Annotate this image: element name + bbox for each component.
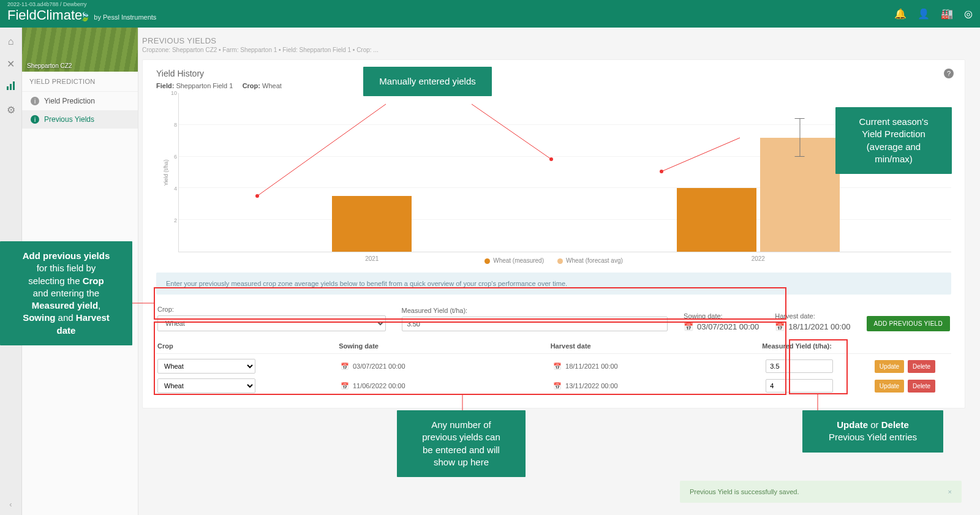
leaf-icon: 🍃 [80,12,90,21]
brand-name: FieldClimate [7,7,82,23]
row-crop-select[interactable]: Wheat [157,359,255,374]
field-thumbnail[interactable]: Shepparton CZ2 [22,28,138,72]
top-bar: 2022-11-03.ad4b788 / Dewberry FieldClima… [0,0,980,28]
update-button[interactable]: Update [875,360,904,373]
measured-yield-input[interactable] [402,317,668,331]
annotation-dot [255,194,259,198]
field-value: Shepparton Field 1 [176,82,233,89]
sidebar-item-yield-prediction[interactable]: i Yield Prediction [22,92,138,110]
sidebar-item-label: Yield Prediction [44,97,95,105]
row-harvest[interactable]: 13/11/2022 00:00 [565,382,618,389]
y-tick: 8 [174,122,177,128]
sidebar-item-label: Previous Yields [44,115,94,124]
thumbnail-caption: Shepparton CZ2 [27,62,72,69]
legend-label: Wheat (forecast avg) [566,257,623,264]
calendar-icon: 📅 [684,322,693,331]
gear-icon[interactable]: ⚙ [7,104,15,116]
delete-button[interactable]: Delete [908,380,935,393]
collapse-icon[interactable]: ‹ [9,500,12,509]
breadcrumb: Cropzone: Shepparton CZ2 • Farm: Sheppar… [142,47,965,53]
y-axis: Yield (t/ha) 2 4 6 8 10 [156,93,178,252]
broadcast-icon[interactable]: ◎ [964,8,973,20]
help-icon[interactable]: ? [944,69,954,78]
calendar-icon: 📅 [775,322,785,331]
home-icon[interactable]: ⌂ [8,36,14,47]
toast-text: Previous Yield is successfully saved. [690,488,799,495]
card-meta: Field: Shepparton Field 1 Crop: Wheat [156,82,951,89]
yield-chart: Yield (t/ha) 2 4 6 8 10 20212022 [156,93,951,252]
legend-swatch [557,258,563,264]
table-row: Wheat📅03/07/2021 00:00📅18/11/2021 00:00U… [156,356,951,376]
y-tick: 10 [171,90,177,96]
info-banner: Enter your previously measured crop zone… [156,273,951,295]
table-row: Wheat📅11/06/2022 00:00📅13/11/2022 00:00U… [156,376,951,396]
th-sowing: Sowing date [339,342,551,350]
harvest-date-input[interactable]: 18/11/2021 00:00 [788,322,850,331]
measured-yield-label: Measured Yield (t/ha): [402,307,668,314]
topbar-actions: 🔔 👤 🏭 ◎ [894,8,973,20]
row-harvest[interactable]: 18/11/2021 00:00 [565,363,618,370]
crop-select[interactable]: Wheat [157,315,386,331]
tools-icon[interactable]: ✕ [7,58,15,70]
info-icon: i [31,97,39,105]
field-label: Field: [156,82,174,89]
calendar-icon: 📅 [341,382,349,390]
row-sowing[interactable]: 11/06/2022 00:00 [353,382,405,389]
add-yield-form: Crop: Wheat Measured Yield (t/ha): Sowin… [156,303,951,339]
annotation-update-delete: Update or DeletePrevious Yield entries [802,410,943,453]
legend-label: Wheat (measured) [493,257,544,264]
build-tag: 2022-11-03.ad4b788 / Dewberry [7,1,87,7]
toast-success: Previous Yield is successfully saved. × [680,481,962,503]
annotation-dot [660,170,663,173]
add-previous-yield-button[interactable]: ADD PREVIOUS YIELD [867,316,950,331]
user-icon[interactable]: 👤 [918,8,930,20]
chart-icon[interactable] [6,81,16,93]
annotation-manual-yields: Manually entered yields [363,67,492,96]
legend-swatch [484,258,490,264]
info-icon: i [31,115,39,124]
chart-legend: Wheat (measured) Wheat (forecast avg) [156,257,951,264]
y-axis-label: Yield (t/ha) [163,159,169,186]
page-title: PREVIOUS YIELDS [142,32,965,47]
factory-icon[interactable]: 🏭 [941,8,953,20]
calendar-icon: 📅 [341,363,349,370]
annotation-rows: Any number ofprevious yields canbe enter… [397,410,526,477]
th-crop: Crop [157,342,339,350]
sidebar-item-previous-yields[interactable]: i Previous Yields [22,110,138,129]
bell-icon[interactable]: 🔔 [894,8,907,20]
y-tick: 4 [174,186,177,192]
close-icon[interactable]: × [948,488,952,495]
y-tick: 6 [174,154,177,160]
crop-value: Wheat [262,82,282,89]
sidebar-section-title: YIELD PREDICTION [22,72,138,92]
row-yield-input[interactable] [766,359,833,373]
crop-select-label: Crop: [157,306,386,313]
annotation-add-yields: Add previous yieldsfor this field bysele… [0,241,132,345]
legend-item: Wheat (forecast avg) [557,257,623,264]
row-yield-input[interactable] [766,379,833,393]
y-tick: 2 [174,217,177,224]
previous-yields-table: Crop Sowing date Harvest date Measured Y… [156,339,951,396]
row-sowing[interactable]: 03/07/2021 00:00 [353,363,405,370]
crop-label: Crop: [243,82,260,89]
card-title: Yield History [156,69,951,78]
th-yield: Measured Yield (t/ha): [762,342,913,350]
th-harvest: Harvest date [551,342,763,350]
svg-rect-2 [13,81,15,90]
svg-rect-0 [7,86,9,90]
svg-rect-1 [10,84,12,90]
legend-item: Wheat (measured) [484,257,544,264]
sowing-date-input[interactable]: 03/07/2021 00:00 [697,322,759,331]
row-crop-select[interactable]: Wheat [157,378,255,393]
harvest-date-label: Harvest date: [775,312,850,320]
calendar-icon: 📅 [553,382,562,390]
delete-button[interactable]: Delete [908,360,935,373]
annotation-dot [549,157,553,161]
brand-logo[interactable]: FieldClimate🍃 by Pessl Instruments [7,7,156,23]
calendar-icon: 📅 [553,363,562,370]
brand-byline: by Pessl Instruments [94,13,156,21]
update-button[interactable]: Update [875,380,904,393]
annotation-current-season: Current season'sYield Prediction(average… [835,107,952,174]
sowing-date-label: Sowing date: [684,312,759,320]
